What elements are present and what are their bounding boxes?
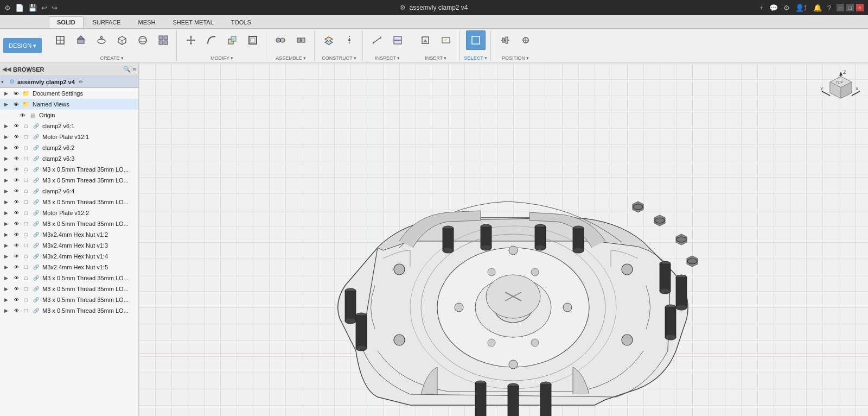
tree-named-views[interactable]: ▶ 👁 📁 Named Views: [0, 99, 138, 110]
select-icon[interactable]: [466, 30, 486, 50]
tree-thread-3[interactable]: ▶ 👁 □ 🔗 M3 x 0.5mm Thread 35mm LO...: [0, 197, 138, 207]
check-thread-2: □: [22, 176, 30, 185]
tree-thread-5[interactable]: ▶ 👁 □ 🔗 M3 x 0.5mm Thread 35mm LO...: [0, 273, 138, 283]
nav-cube[interactable]: Z TOP X Y: [819, 68, 863, 112]
tree-hexnut-2[interactable]: ▶ 👁 □ 🔗 M3x2.4mm Hex Nut v1:2: [0, 229, 138, 240]
tab-solid[interactable]: SOLID: [49, 16, 84, 28]
measure-icon[interactable]: [367, 30, 387, 50]
tab-sheet-metal[interactable]: SHEET METAL: [164, 16, 221, 28]
construct-label[interactable]: CONSTRUCT ▾: [322, 55, 356, 61]
sphere-icon[interactable]: [133, 30, 152, 50]
svg-rect-14: [159, 41, 163, 45]
position-label[interactable]: POSITION ▾: [502, 55, 529, 61]
arrow-thread-7: ▶: [4, 297, 11, 302]
tree-hexnut-5[interactable]: ▶ 👁 □ 🔗 M3x2.4mm Hex Nut v1:5: [0, 262, 138, 273]
eye-hexnut-5: 👁: [12, 263, 21, 272]
fillet-icon[interactable]: [202, 30, 221, 50]
tree-thread-1[interactable]: ▶ 👁 □ 🔗 M3 x 0.5mm Thread 35mm LO...: [0, 164, 138, 175]
svg-rect-69: [443, 229, 454, 250]
tree-thread-4[interactable]: ▶ 👁 □ 🔗 M3 x 0.5mm Thread 35mm LO...: [0, 218, 138, 229]
tree-clamp2-v6-1[interactable]: ▶ 👁 □ 🔗 clamp2 v6:1: [0, 121, 138, 131]
viewport[interactable]: Z TOP X Y: [139, 63, 868, 416]
chat-button[interactable]: 💬: [769, 4, 778, 12]
check-hexnut-3: □: [22, 241, 30, 250]
design-button[interactable]: DESIGN ▾: [3, 38, 42, 53]
move-icon[interactable]: [181, 30, 201, 50]
offset-plane-icon[interactable]: [319, 30, 339, 50]
tree-thread-8[interactable]: ▶ 👁 □ 🔗 M3 x 0.5mm Thread 35mm LO...: [0, 305, 138, 316]
svg-rect-49: [506, 37, 508, 43]
create-label[interactable]: CREATE ▾: [100, 55, 124, 61]
help-button[interactable]: ?: [827, 4, 831, 12]
tree-clamp2-v6-3[interactable]: ▶ 👁 □ 🔗 clamp2 v6:3: [0, 153, 138, 164]
select-label[interactable]: SELECT ▾: [464, 55, 487, 61]
tree-motor-plate-2[interactable]: ▶ 👁 □ 🔗 Motor Plate v12:2: [0, 207, 138, 218]
tree-thread-6[interactable]: ▶ 👁 □ 🔗 M3 x 0.5mm Thread 35mm LO...: [0, 283, 138, 294]
decal-icon[interactable]: [436, 30, 456, 50]
rigid-group-icon[interactable]: [291, 30, 311, 50]
box-icon[interactable]: [112, 30, 132, 50]
position-joint-icon[interactable]: [516, 30, 535, 50]
tree-thread-7[interactable]: ▶ 👁 □ 🔗 M3 x 0.5mm Thread 35mm LO...: [0, 294, 138, 305]
folder-doc-settings: 📁: [22, 89, 30, 98]
tree-thread-2[interactable]: ▶ 👁 □ 🔗 M3 x 0.5mm Thread 35mm LO...: [0, 175, 138, 186]
maximize-button[interactable]: □: [846, 4, 854, 11]
tab-mesh[interactable]: MESH: [130, 16, 164, 28]
tab-tools[interactable]: TOOLS: [223, 16, 259, 28]
tree-motor-plate-1[interactable]: ▶ 👁 □ 🔗 Motor Plate v12:1: [0, 131, 138, 142]
link-thread-1: 🔗: [31, 165, 40, 174]
check-clamp2-2: □: [22, 143, 30, 152]
tree-hexnut-3[interactable]: ▶ 👁 □ 🔗 M3x2.4mm Hex Nut v1:3: [0, 240, 138, 251]
svg-rect-48: [502, 38, 505, 42]
svg-point-65: [394, 335, 405, 345]
link-clamp2-3: 🔗: [31, 154, 40, 163]
browser-menu-button[interactable]: ≡: [133, 66, 136, 73]
add-tab-button[interactable]: +: [760, 4, 764, 12]
check-thread-5: □: [22, 274, 30, 282]
insert-derive-icon[interactable]: [416, 30, 435, 50]
insert-label[interactable]: INSERT ▾: [425, 55, 446, 61]
tree-root[interactable]: ▾ ⚙ assemvly clamp2 v4 ✏: [0, 76, 138, 88]
axis-icon[interactable]: [340, 30, 359, 50]
redo-button[interactable]: ↪: [52, 4, 58, 12]
minimize-button[interactable]: ─: [837, 4, 844, 11]
tab-surface[interactable]: SURFACE: [85, 16, 129, 28]
root-edit-icon[interactable]: ✏: [79, 79, 83, 85]
align-icon[interactable]: [495, 30, 515, 50]
collapse-left-button[interactable]: ◀◀: [2, 66, 11, 73]
check-motor-2: □: [22, 209, 30, 217]
eye-thread-6: 👁: [12, 285, 21, 293]
undo-button[interactable]: ↩: [41, 4, 47, 12]
tree-hexnut-4[interactable]: ▶ 👁 □ 🔗 M3x2.4mm Hex Nut v1:4: [0, 251, 138, 262]
save-button[interactable]: 💾: [28, 4, 37, 12]
group-create: CREATE ▾: [47, 30, 177, 61]
label-doc-settings: Document Settings: [33, 90, 83, 97]
user-button[interactable]: 👤1: [795, 4, 808, 12]
shell-icon[interactable]: [243, 30, 263, 50]
new-component-icon[interactable]: [50, 30, 70, 50]
link-clamp2-2: 🔗: [31, 143, 40, 152]
more-create-icon[interactable]: [154, 30, 173, 50]
close-button[interactable]: ×: [856, 4, 864, 11]
svg-point-35: [348, 39, 350, 41]
tree-document-settings[interactable]: ▶ 👁 📁 Document Settings: [0, 88, 138, 99]
extrude-icon[interactable]: [71, 30, 91, 50]
tree-clamp2-v6-2[interactable]: ▶ 👁 □ 🔗 clamp2 v6:2: [0, 142, 138, 153]
assemble-label[interactable]: ASSEMBLE ▾: [276, 55, 306, 61]
joint-icon[interactable]: [271, 30, 290, 50]
tree-origin[interactable]: ▶ 👁 ▤ Origin: [0, 110, 138, 121]
browser-search-button[interactable]: 🔍: [123, 66, 131, 73]
settings-button[interactable]: ⚙: [783, 4, 790, 12]
inspect-label[interactable]: INSPECT ▾: [375, 55, 400, 61]
arrow-thread-8: ▶: [4, 308, 11, 313]
bolt-back-4: [573, 226, 584, 253]
modify-label[interactable]: MODIFY ▾: [210, 55, 233, 61]
section-analysis-icon[interactable]: [388, 30, 407, 50]
tree-clamp2-v6-4[interactable]: ▶ 👁 □ 🔗 clamp2 v6:4: [0, 186, 138, 197]
revolve-icon[interactable]: [92, 30, 111, 50]
model-svg: [291, 90, 714, 416]
combine-icon[interactable]: [222, 30, 242, 50]
svg-point-109: [676, 237, 686, 242]
notification-button[interactable]: 🔔: [813, 4, 822, 12]
browser-tree: ▾ ⚙ assemvly clamp2 v4 ✏ ▶ 👁 📁 Document …: [0, 76, 138, 416]
